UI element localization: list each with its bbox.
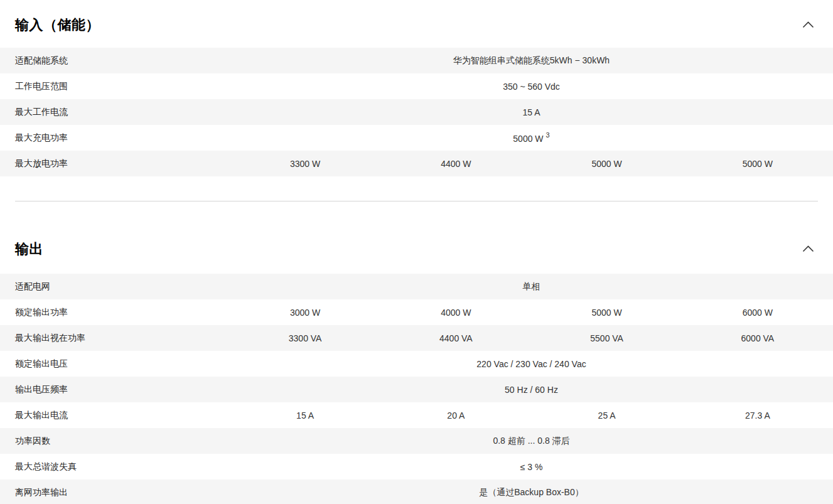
- spec-label: 功率因数: [0, 436, 230, 447]
- table-row: 最大充电功率 5000 W3: [0, 125, 833, 151]
- spec-label: 最大工作电流: [0, 107, 230, 118]
- table-row: 最大总谐波失真 ≤ 3 %: [0, 454, 833, 480]
- section-header-output[interactable]: 输出: [0, 201, 833, 274]
- table-row: 离网功率输出 是（通过Backup Box-B0）: [0, 480, 833, 504]
- table-row: 额定输出功率 3000 W 4000 W 5000 W 6000 W: [0, 299, 833, 325]
- spec-value-col-3: 25 A: [532, 410, 682, 421]
- spec-value: 220 Vac / 230 Vac / 240 Vac: [230, 359, 833, 369]
- table-row: 最大输出电流 15 A 20 A 25 A 27.3 A: [0, 402, 833, 428]
- spec-value: 0.8 超前 ... 0.8 滞后: [230, 436, 833, 447]
- collapse-section-button[interactable]: [802, 245, 814, 254]
- table-row: 功率因数 0.8 超前 ... 0.8 滞后: [0, 428, 833, 454]
- spec-value-col-2: 4000 W: [380, 308, 531, 318]
- footnote-marker: 3: [546, 131, 550, 139]
- spec-value-col-1: 15 A: [230, 410, 380, 421]
- spec-value-col-4: 6000 W: [682, 308, 833, 318]
- section-title: 输入（储能）: [15, 13, 100, 37]
- spec-page: 输入（储能） 适配储能系统 华为智能组串式储能系统5kWh − 30kWh 工作…: [0, 0, 833, 504]
- chevron-up-icon: [802, 21, 814, 30]
- section-title: 输出: [15, 237, 43, 261]
- spec-label: 额定输出功率: [0, 307, 230, 318]
- spec-value: 50 Hz / 60 Hz: [230, 385, 833, 395]
- spec-value: 15 A: [230, 107, 833, 117]
- spec-label: 最大输出视在功率: [0, 333, 230, 344]
- spec-value-col-2: 20 A: [380, 410, 531, 421]
- collapse-section-button[interactable]: [802, 21, 814, 30]
- spec-value-col-1: 3000 W: [230, 308, 380, 318]
- table-row: 最大输出视在功率 3300 VA 4400 VA 5500 VA 6000 VA: [0, 325, 833, 351]
- spec-label: 工作电压范围: [0, 81, 230, 92]
- spec-label: 额定输出电压: [0, 358, 230, 370]
- spec-label: 离网功率输出: [0, 487, 230, 498]
- spec-label: 最大充电功率: [0, 132, 230, 144]
- spec-label: 最大总谐波失真: [0, 461, 230, 473]
- spec-value: 5000 W3: [230, 132, 833, 144]
- input-storage-table: 适配储能系统 华为智能组串式储能系统5kWh − 30kWh 工作电压范围 35…: [0, 48, 833, 176]
- section-header-input-storage[interactable]: 输入（储能）: [0, 0, 833, 48]
- spec-value: 单相: [230, 281, 833, 292]
- spec-value-col-2: 4400 W: [380, 159, 531, 169]
- spec-label: 最大放电功率: [0, 158, 230, 169]
- chevron-up-icon: [802, 245, 814, 254]
- spec-label: 输出电压频率: [0, 384, 230, 395]
- spec-value: 350 ~ 560 Vdc: [230, 82, 833, 92]
- spec-label: 适配储能系统: [0, 55, 230, 67]
- table-row: 最大工作电流 15 A: [0, 99, 833, 125]
- spec-value-col-3: 5000 W: [532, 159, 682, 169]
- table-row: 适配储能系统 华为智能组串式储能系统5kWh − 30kWh: [0, 48, 833, 73]
- table-row: 工作电压范围 350 ~ 560 Vdc: [0, 73, 833, 99]
- spec-value-col-3: 5000 W: [532, 308, 682, 318]
- spec-value-col-4: 27.3 A: [682, 410, 833, 421]
- output-table: 适配电网 单相 额定输出功率 3000 W 4000 W 5000 W 6000…: [0, 274, 833, 504]
- spec-value: 是（通过Backup Box-B0）: [230, 487, 833, 498]
- spec-value-col-2: 4400 VA: [380, 333, 531, 343]
- table-row: 适配电网 单相: [0, 274, 833, 299]
- table-row: 额定输出电压 220 Vac / 230 Vac / 240 Vac: [0, 351, 833, 377]
- spec-value: ≤ 3 %: [230, 462, 833, 472]
- spec-value-col-3: 5500 VA: [532, 333, 682, 343]
- spec-label: 适配电网: [0, 281, 230, 292]
- table-row: 输出电压频率 50 Hz / 60 Hz: [0, 377, 833, 402]
- spec-value-col-4: 5000 W: [682, 159, 833, 169]
- spec-value-col-1: 3300 W: [230, 159, 380, 169]
- table-row: 最大放电功率 3300 W 4400 W 5000 W 5000 W: [0, 151, 833, 176]
- spec-value: 华为智能组串式储能系统5kWh − 30kWh: [230, 55, 833, 67]
- spec-value-col-1: 3300 VA: [230, 333, 380, 343]
- spec-value-text: 5000 W: [513, 134, 543, 144]
- spec-value-col-4: 6000 VA: [682, 333, 833, 343]
- spec-label: 最大输出电流: [0, 410, 230, 421]
